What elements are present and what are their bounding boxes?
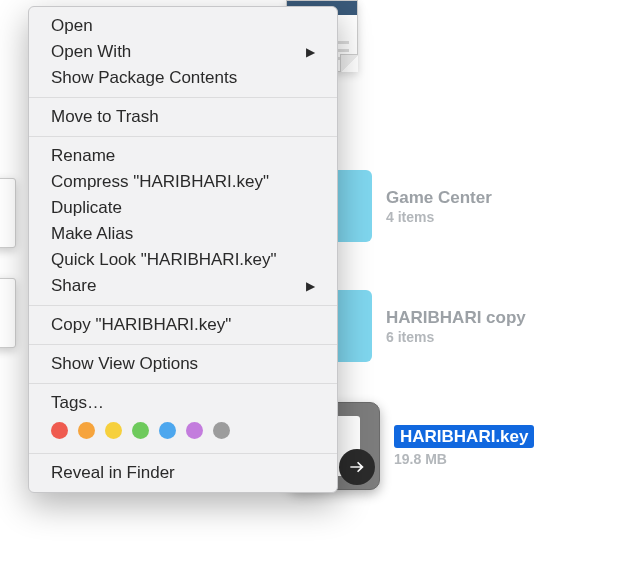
menu-tags[interactable]: Tags… <box>29 390 337 416</box>
chevron-right-icon: ▶ <box>306 45 315 59</box>
item-label: HARIBHARI.key <box>394 425 534 448</box>
menu-open-with[interactable]: Open With ▶ <box>29 39 337 65</box>
item-label: Game Center <box>386 187 492 208</box>
item-subtitle: 19.8 MB <box>394 451 534 467</box>
partial-item-1[interactable] <box>0 178 16 248</box>
tag-purple[interactable] <box>186 422 203 439</box>
menu-show-package-contents[interactable]: Show Package Contents <box>29 65 337 91</box>
menu-copy[interactable]: Copy "HARIBHARI.key" <box>29 312 337 338</box>
menu-show-view-options[interactable]: Show View Options <box>29 351 337 377</box>
menu-reveal-in-finder[interactable]: Reveal in Finder <box>29 460 337 486</box>
tag-green[interactable] <box>132 422 149 439</box>
menu-separator <box>29 383 337 384</box>
context-menu: Open Open With ▶ Show Package Contents M… <box>28 6 338 493</box>
tag-colors-row <box>29 416 337 447</box>
partial-item-2[interactable] <box>0 278 16 348</box>
menu-open[interactable]: Open <box>29 13 337 39</box>
tag-yellow[interactable] <box>105 422 122 439</box>
menu-share[interactable]: Share ▶ <box>29 273 337 299</box>
menu-compress[interactable]: Compress "HARIBHARI.key" <box>29 169 337 195</box>
menu-quick-look[interactable]: Quick Look "HARIBHARI.key" <box>29 247 337 273</box>
tag-blue[interactable] <box>159 422 176 439</box>
tag-red[interactable] <box>51 422 68 439</box>
menu-make-alias[interactable]: Make Alias <box>29 221 337 247</box>
menu-rename[interactable]: Rename <box>29 143 337 169</box>
item-subtitle: 4 items <box>386 209 492 225</box>
menu-move-to-trash[interactable]: Move to Trash <box>29 104 337 130</box>
item-label: HARIBHARI copy <box>386 307 526 328</box>
chevron-right-icon: ▶ <box>306 279 315 293</box>
item-subtitle: 6 items <box>386 329 526 345</box>
menu-separator <box>29 136 337 137</box>
arrow-right-icon <box>339 449 375 485</box>
menu-separator <box>29 305 337 306</box>
menu-separator <box>29 344 337 345</box>
menu-separator <box>29 453 337 454</box>
menu-separator <box>29 97 337 98</box>
tag-orange[interactable] <box>78 422 95 439</box>
tag-gray[interactable] <box>213 422 230 439</box>
menu-duplicate[interactable]: Duplicate <box>29 195 337 221</box>
